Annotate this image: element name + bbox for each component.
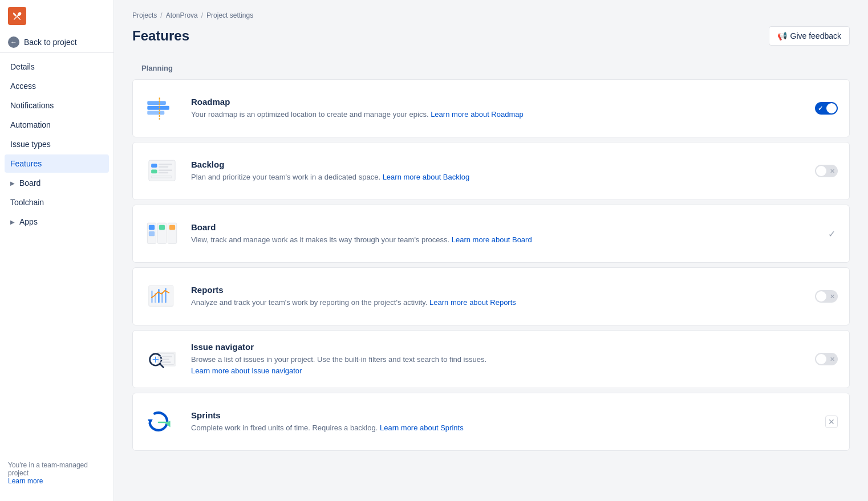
roadmap-toggle-switch[interactable] <box>815 102 838 115</box>
roadmap-title: Roadmap <box>191 97 806 107</box>
svg-rect-2 <box>147 101 166 105</box>
backlog-toggle[interactable] <box>815 165 838 177</box>
svg-rect-9 <box>159 169 172 171</box>
toggle-knob <box>816 291 826 302</box>
roadmap-content: Roadmap Your roadmap is an optimized loc… <box>191 97 806 120</box>
back-to-project-button[interactable]: ← Back to project <box>0 32 113 53</box>
svg-rect-15 <box>149 225 155 230</box>
svg-rect-16 <box>149 231 155 236</box>
give-feedback-button[interactable]: 📢 Give feedback <box>769 26 850 46</box>
roadmap-learn-more[interactable]: Learn more about Roadmap <box>431 110 524 119</box>
learn-more-link[interactable]: Learn more <box>8 477 43 485</box>
sidebar-item-notifications[interactable]: Notifications <box>5 96 109 115</box>
sprints-learn-more[interactable]: Learn more about Sprints <box>380 423 464 432</box>
breadcrumb-sep-2: / <box>201 11 203 19</box>
reports-learn-more[interactable]: Learn more about Reports <box>429 298 516 307</box>
issue-navigator-desc: Browse a list of issues in your project.… <box>191 354 806 376</box>
back-to-project-label: Back to project <box>24 38 77 47</box>
feature-card-issue-navigator: Issue navigator Browse a list of issues … <box>132 330 850 388</box>
roadmap-desc: Your roadmap is an optimized location to… <box>191 109 806 120</box>
sidebar-item-toolchain[interactable]: Toolchain <box>5 193 109 211</box>
page-title: Features <box>132 28 189 44</box>
reports-toggle-switch[interactable] <box>815 290 838 303</box>
sidebar-item-details[interactable]: Details <box>5 58 109 76</box>
backlog-learn-more[interactable]: Learn more about Backlog <box>383 173 469 181</box>
sidebar-item-apps[interactable]: ▶ Apps <box>5 213 109 231</box>
svg-rect-0 <box>147 105 169 109</box>
sidebar-footer: You're in a team-managed project Learn m… <box>0 454 113 492</box>
breadcrumb-current: Project settings <box>206 11 253 19</box>
backlog-toggle-switch[interactable] <box>815 165 838 177</box>
svg-rect-11 <box>151 176 172 177</box>
sprints-content: Sprints Complete work in fixed units of … <box>191 410 816 434</box>
board-content: Board View, track and manage work as it … <box>191 222 816 246</box>
svg-rect-5 <box>151 164 157 168</box>
svg-rect-7 <box>159 166 168 168</box>
app-logo <box>8 7 26 25</box>
feature-card-board: Board View, track and manage work as it … <box>132 205 850 263</box>
planning-header: Planning <box>132 57 850 79</box>
sprints-title: Sprints <box>191 410 816 420</box>
sprints-icon <box>142 405 182 439</box>
feature-card-sprints: Sprints Complete work in fixed units of … <box>132 393 850 451</box>
svg-rect-33 <box>160 361 171 363</box>
sidebar-item-features[interactable]: Features <box>5 154 109 173</box>
sprints-toggle[interactable]: ✕ <box>825 416 838 428</box>
issue-navigator-toggle[interactable] <box>815 353 838 365</box>
svg-rect-31 <box>160 356 172 357</box>
board-toggle: ✓ <box>825 227 838 240</box>
reports-desc: Analyze and track your team's work by re… <box>191 297 806 308</box>
reports-content: Reports Analyze and track your team's wo… <box>191 285 806 308</box>
breadcrumb: Projects / AtonProva / Project settings <box>132 11 850 19</box>
megaphone-icon: 📢 <box>777 31 787 40</box>
feature-card-backlog: Backlog Plan and prioritize your team's … <box>132 142 850 200</box>
breadcrumb-projects[interactable]: Projects <box>132 11 157 19</box>
sidebar-item-issue-types[interactable]: Issue types <box>5 135 109 153</box>
back-icon: ← <box>8 36 19 48</box>
svg-rect-1 <box>147 111 164 115</box>
sidebar-nav: Details Access Notifications Automation … <box>0 58 113 454</box>
feature-card-roadmap: Roadmap Your roadmap is an optimized loc… <box>132 79 850 137</box>
reports-icon <box>142 279 182 313</box>
board-learn-more[interactable]: Learn more about Board <box>452 235 532 244</box>
sidebar-item-access[interactable]: Access <box>5 77 109 95</box>
svg-rect-6 <box>159 164 172 165</box>
reports-toggle[interactable] <box>815 290 838 303</box>
feature-card-reports: Reports Analyze and track your team's wo… <box>132 267 850 325</box>
roadmap-toggle[interactable] <box>815 102 838 115</box>
backlog-title: Backlog <box>191 160 806 169</box>
chevron-icon: ▶ <box>10 180 15 186</box>
breadcrumb-sep-1: / <box>160 11 162 19</box>
sidebar-item-board[interactable]: ▶ Board <box>5 174 109 192</box>
breadcrumb-atonprova[interactable]: AtonProva <box>166 11 198 19</box>
board-icon <box>142 217 182 251</box>
sidebar: ← Back to project Details Access Notific… <box>0 0 114 501</box>
svg-rect-32 <box>160 359 169 360</box>
backlog-desc: Plan and prioritize your team's work in … <box>191 172 806 183</box>
backlog-icon <box>142 154 182 188</box>
footer-text: You're in a team-managed project <box>8 461 106 477</box>
page-header: Features 📢 Give feedback <box>132 26 850 46</box>
issue-navigator-learn-more[interactable]: Learn more about Issue navigator <box>191 366 302 375</box>
main-content: Projects / AtonProva / Project settings … <box>114 0 868 501</box>
sidebar-item-automation[interactable]: Automation <box>5 116 109 134</box>
toggle-knob <box>826 103 837 113</box>
svg-rect-17 <box>159 225 165 230</box>
sprints-desc: Complete work in fixed units of time. Re… <box>191 422 816 434</box>
reports-title: Reports <box>191 285 806 295</box>
board-check-icon: ✓ <box>825 227 838 240</box>
issue-navigator-icon <box>142 342 182 376</box>
svg-rect-10 <box>159 172 168 173</box>
sprints-x-icon[interactable]: ✕ <box>825 416 838 428</box>
svg-rect-22 <box>158 289 160 303</box>
issue-navigator-toggle-switch[interactable] <box>815 353 838 365</box>
svg-marker-34 <box>148 419 153 424</box>
issue-navigator-content: Issue navigator Browse a list of issues … <box>191 342 806 376</box>
board-desc: View, track and manage work as it makes … <box>191 234 816 246</box>
toggle-knob <box>816 354 826 364</box>
issue-navigator-title: Issue navigator <box>191 342 806 352</box>
svg-rect-18 <box>169 225 175 230</box>
backlog-content: Backlog Plan and prioritize your team's … <box>191 160 806 183</box>
board-title: Board <box>191 222 816 232</box>
svg-rect-8 <box>151 169 157 173</box>
